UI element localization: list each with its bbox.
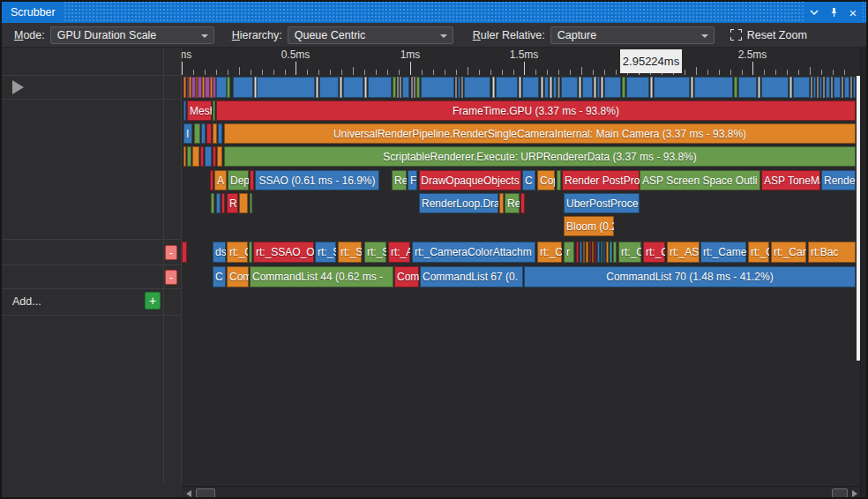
timeline-segment[interactable] <box>626 77 649 98</box>
timeline-segment[interactable] <box>589 242 591 263</box>
timeline-segment[interactable] <box>233 77 253 98</box>
timeline-event-segment[interactable]: rt:_Can <box>771 242 806 263</box>
timeline-segment[interactable] <box>550 77 552 98</box>
timeline-event-segment[interactable]: UberPostProce <box>564 193 640 213</box>
timeline-event-segment[interactable]: CommandList 67 (0. <box>420 266 523 287</box>
timeline-event-segment[interactable]: C <box>522 170 535 190</box>
timeline-segment[interactable] <box>217 146 222 167</box>
timeline-segment[interactable] <box>461 77 463 98</box>
timeline-event-segment[interactable]: CommandList 44 (0.62 ms - <box>250 266 393 287</box>
close-icon[interactable]: × <box>847 6 859 19</box>
timeline-segment[interactable] <box>192 146 199 167</box>
timeline-event-segment[interactable]: rt:_SSAO_Oc <box>253 242 314 263</box>
timeline-event-segment[interactable]: ASP ToneMa <box>761 170 820 190</box>
timeline-event-segment[interactable]: Cop <box>537 170 555 190</box>
timeline-event-segment[interactable]: Re <box>392 170 407 190</box>
timeline-segment[interactable] <box>368 77 392 98</box>
timeline-segment[interactable] <box>610 242 612 263</box>
timeline-segment[interactable] <box>411 77 413 98</box>
scroll-left-button[interactable] <box>183 488 194 499</box>
timeline-segment[interactable] <box>200 146 204 167</box>
timeline-segment[interactable] <box>601 77 603 98</box>
timeline-event-segment[interactable]: SSAO (0.61 ms - 16.9%) <box>255 170 379 190</box>
timeline-segment[interactable] <box>393 77 396 98</box>
timeline-segment[interactable] <box>397 77 399 98</box>
timeline-segment[interactable] <box>586 242 588 263</box>
timeline-event-segment[interactable]: R <box>227 193 238 213</box>
scrollbar-thumb[interactable] <box>196 488 215 498</box>
timeline-segment[interactable] <box>201 123 206 144</box>
timeline-segment[interactable] <box>622 77 625 98</box>
timeline-segment[interactable] <box>579 77 581 98</box>
timeline-event-segment[interactable]: rt:_CameraColorAttachm <box>412 242 535 263</box>
timeline-segment[interactable] <box>206 123 212 144</box>
timeline-event-segment[interactable]: I <box>183 123 192 144</box>
timeline-segment[interactable] <box>213 123 217 144</box>
timeline-segment[interactable] <box>561 77 578 98</box>
timeline-segment[interactable] <box>187 146 191 167</box>
timeline-event-segment[interactable]: A <box>214 170 227 190</box>
timeline-segment[interactable] <box>811 77 812 98</box>
timeline-event-segment[interactable]: Render PostPro <box>562 170 640 190</box>
timeline-segment[interactable] <box>316 77 318 98</box>
timeline-event-segment[interactable]: Mesh <box>187 101 212 121</box>
timeline-event-segment[interactable]: rt:_C <box>227 242 248 263</box>
timeline-segment[interactable] <box>738 77 757 98</box>
remove-row-button[interactable]: - <box>165 270 177 285</box>
timeline-event-segment[interactable]: rt:_S <box>338 242 362 263</box>
add-row-button[interactable]: + <box>145 292 161 309</box>
timeline-segment[interactable] <box>319 77 339 98</box>
timeline-event-segment[interactable]: Dep <box>228 170 249 190</box>
timeline-segment[interactable] <box>402 77 409 98</box>
hierarchy-dropdown[interactable]: Queue Centric <box>288 26 453 44</box>
timeline-event-segment[interactable]: rt:_C <box>537 242 562 263</box>
timeline-segment[interactable] <box>613 242 617 263</box>
timeline-segment[interactable] <box>604 77 621 98</box>
timeline-event-segment[interactable]: DrawOpaqueObjects <box>419 170 521 190</box>
timeline-segment[interactable] <box>416 77 420 98</box>
timeline-segment[interactable] <box>211 193 214 213</box>
timeline-segment[interactable] <box>519 77 521 98</box>
remove-row-button[interactable]: - <box>165 245 177 260</box>
timeline-segment[interactable] <box>650 77 653 98</box>
timeline-segment[interactable] <box>414 77 415 98</box>
timeline-segment[interactable] <box>831 77 833 98</box>
timeline-segment[interactable] <box>853 77 856 98</box>
timeline-event-segment[interactable]: rt:Bac <box>808 242 856 263</box>
timeline-segment[interactable] <box>218 123 222 144</box>
timeline-segment[interactable] <box>580 242 582 263</box>
timeline-segment[interactable] <box>340 77 342 98</box>
timeline-segment[interactable] <box>183 146 186 167</box>
timeline-segment[interactable] <box>421 77 454 98</box>
timeline-segment[interactable] <box>594 77 596 98</box>
timeline-event-segment[interactable]: rt:_C <box>643 242 665 263</box>
timeline-segment[interactable] <box>250 193 252 213</box>
timeline-segment[interactable] <box>194 123 200 144</box>
timeline-segment[interactable] <box>694 77 733 98</box>
timeline-segment[interactable] <box>826 77 830 98</box>
play-expander-icon[interactable] <box>12 80 24 94</box>
timeline-event-segment[interactable]: CommandList 70 (1.48 ms - 41.2%) <box>524 266 856 287</box>
timeline-segment[interactable] <box>205 146 212 167</box>
timeline-segment[interactable] <box>817 77 819 98</box>
timeline-segment[interactable] <box>249 242 252 263</box>
timeline-event-segment[interactable]: rt:_S <box>364 242 386 263</box>
timeline-segment[interactable] <box>834 77 841 98</box>
timeline-segment[interactable] <box>541 77 543 98</box>
timeline-segment[interactable] <box>213 101 215 121</box>
timeline-segment[interactable] <box>758 77 760 98</box>
timeline-segment[interactable] <box>823 77 825 98</box>
timeline-segment[interactable] <box>458 77 460 98</box>
timeline-event-segment[interactable]: rt:_S <box>315 242 336 263</box>
timeline-event-segment[interactable]: rt:_Camer <box>700 242 746 263</box>
timeline-event-segment[interactable]: ScriptableRenderer.Execute: URPRendererD… <box>224 146 856 167</box>
timeline-segment[interactable] <box>257 77 315 98</box>
timeline-segment[interactable] <box>842 77 843 98</box>
timeline-segment[interactable] <box>492 77 495 98</box>
timeline-segment[interactable] <box>844 77 849 98</box>
timeline-segment[interactable] <box>227 77 230 98</box>
timeline-segment[interactable] <box>216 77 227 98</box>
timeline-segment[interactable] <box>583 242 585 263</box>
timeline-event-segment[interactable]: rt:_ASP <box>667 242 700 263</box>
horizontal-scrollbar[interactable] <box>182 486 860 499</box>
